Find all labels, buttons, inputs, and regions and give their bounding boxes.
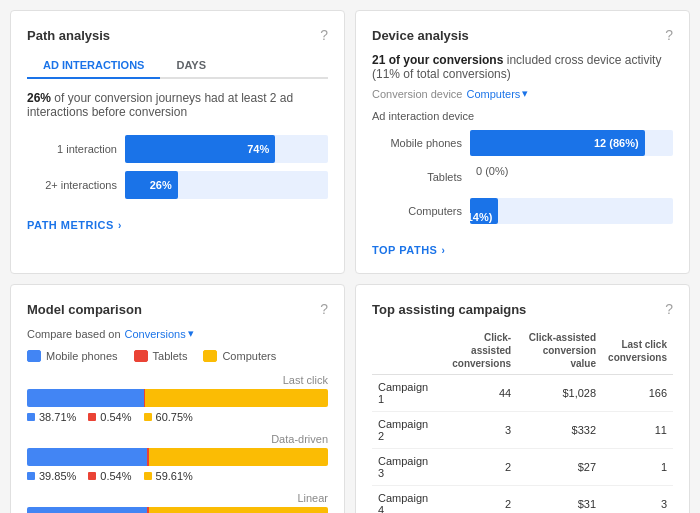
campaign-col2-3: $31: [517, 486, 602, 514]
device-analysis-help[interactable]: ?: [665, 27, 673, 43]
table-row: Campaign 4 2 $31 3: [372, 486, 673, 514]
top-campaigns-card: Top assisting campaigns ? Click-assisted…: [355, 284, 690, 513]
device-conversions-count: 21 of your conversions: [372, 53, 503, 67]
model-name-linear: Linear: [27, 492, 328, 504]
campaign-name-3: Campaign 4: [372, 486, 440, 514]
bar-container-2: 26%: [125, 171, 328, 199]
tab-days[interactable]: DAYS: [160, 53, 222, 79]
path-analysis-tabs: AD INTERACTIONS DAYS: [27, 53, 328, 79]
campaign-name-1: Campaign 2: [372, 412, 440, 449]
device-analysis-title: Device analysis: [372, 28, 469, 43]
model-bar-datadriven-mobile: [27, 448, 147, 466]
model-bar-linear: [27, 507, 328, 513]
path-desc-text: of your conversion journeys: [51, 91, 201, 105]
top-paths-link[interactable]: TOP PATHS ›: [372, 244, 445, 256]
compare-dropdown[interactable]: Conversions ▾: [125, 327, 194, 340]
model-comparison-header: Model comparison ?: [27, 301, 328, 317]
top-campaigns-header: Top assisting campaigns ?: [372, 301, 673, 317]
device-bar-chart: Mobile phones 12 (86%) Tablets 0 (0%) Co…: [372, 130, 673, 224]
model-data-driven: Data-driven 39.85% 0.54% 59.61%: [27, 433, 328, 482]
path-pct: 26%: [27, 91, 51, 105]
model-pcts-lastclick: 38.71% 0.54% 60.75%: [27, 411, 328, 423]
campaign-col1-0: 44: [440, 375, 517, 412]
compare-chevron: ▾: [188, 327, 194, 340]
path-metrics-link[interactable]: PATH METRICS ›: [27, 219, 122, 231]
path-bar-chart: 1 interaction 74% 2+ interactions 26%: [27, 135, 328, 199]
legend-tablets: Tablets: [134, 350, 188, 362]
device-bar-row-mobile: Mobile phones 12 (86%): [372, 130, 673, 156]
device-description: 21 of your conversions included cross de…: [372, 53, 673, 81]
model-comparison-card: Model comparison ? Compare based on Conv…: [10, 284, 345, 513]
device-bar-row-computers: Computers 2 (14%): [372, 198, 673, 224]
device-bar-container-mobile: 12 (86%): [470, 130, 673, 156]
col-header-last-click: Last clickconversions: [602, 327, 673, 375]
campaign-col2-1: $332: [517, 412, 602, 449]
dot-lastclick-tablets: [88, 413, 96, 421]
path-analysis-help[interactable]: ?: [320, 27, 328, 43]
device-label-computers: Computers: [372, 205, 462, 217]
dot-datadriven-computers: [144, 472, 152, 480]
bar-label-1: 1 interaction: [27, 143, 117, 155]
path-analysis-description: 26% of your conversion journeys had at l…: [27, 91, 328, 119]
bar-label-2: 2+ interactions: [27, 179, 117, 191]
model-name-lastclick: Last click: [27, 374, 328, 386]
model-linear: Linear 39.85% 0.54% 59.61%: [27, 492, 328, 513]
tab-ad-interactions[interactable]: AD INTERACTIONS: [27, 53, 160, 79]
device-label-mobile: Mobile phones: [372, 137, 462, 149]
model-pct-datadriven-mobile: 39.85%: [27, 470, 76, 482]
top-paths-chevron: ›: [441, 245, 445, 256]
device-bar-fill-mobile: 12 (86%): [470, 130, 645, 156]
device-label-tablets: Tablets: [372, 171, 462, 183]
legend-label-tablets: Tablets: [153, 350, 188, 362]
model-comparison-help[interactable]: ?: [320, 301, 328, 317]
model-bar-linear-mobile: [27, 507, 147, 513]
device-bar-container-computers: 2 (14%): [470, 198, 673, 224]
dot-datadriven-mobile: [27, 472, 35, 480]
campaign-col1-2: 2: [440, 449, 517, 486]
campaign-col3-3: 3: [602, 486, 673, 514]
dot-lastclick-computers: [144, 413, 152, 421]
bar-container-1: 74%: [125, 135, 328, 163]
campaigns-table: Click-assistedconversions Click-assisted…: [372, 327, 673, 513]
device-bar-value-computers: 2 (14%): [463, 199, 492, 223]
legend-color-mobile: [27, 350, 41, 362]
col-header-click-assisted: Click-assistedconversions: [440, 327, 517, 375]
model-bar-datadriven-computers: [149, 448, 328, 466]
model-pct-datadriven-computers: 59.61%: [144, 470, 193, 482]
model-comparison-title: Model comparison: [27, 302, 142, 317]
legend-color-tablets: [134, 350, 148, 362]
device-filter-label: Conversion device: [372, 88, 463, 100]
device-bar-value-mobile: 12 (86%): [594, 137, 639, 149]
bar-fill-1: 74%: [125, 135, 275, 163]
campaign-col3-2: 1: [602, 449, 673, 486]
device-filter: Conversion device Computers ▾: [372, 87, 673, 100]
device-filter-dropdown[interactable]: Computers ▾: [467, 87, 529, 100]
ad-interaction-label: Ad interaction device: [372, 110, 673, 122]
device-analysis-card: Device analysis ? 21 of your conversions…: [355, 10, 690, 274]
device-bar-container-tablets: 0 (0%): [470, 164, 673, 190]
top-campaigns-help[interactable]: ?: [665, 301, 673, 317]
model-pct-lastclick-tablets: 0.54%: [88, 411, 131, 423]
device-filter-chevron: ▾: [522, 87, 528, 100]
dot-datadriven-tablets: [88, 472, 96, 480]
model-pct-datadriven-tablets: 0.54%: [88, 470, 131, 482]
legend-color-computers: [203, 350, 217, 362]
device-bar-row-tablets: Tablets 0 (0%): [372, 164, 673, 190]
col-header-name: [372, 327, 440, 375]
device-analysis-header: Device analysis ?: [372, 27, 673, 43]
col-header-click-value: Click-assistedconversion value: [517, 327, 602, 375]
compare-label: Compare based on Conversions ▾: [27, 327, 328, 340]
campaign-col1-3: 2: [440, 486, 517, 514]
campaign-name-0: Campaign 1: [372, 375, 440, 412]
bar-row-2interactions: 2+ interactions 26%: [27, 171, 328, 199]
dot-lastclick-mobile: [27, 413, 35, 421]
campaign-col2-0: $1,028: [517, 375, 602, 412]
legend-computers: Computers: [203, 350, 276, 362]
model-bar-lastclick-mobile: [27, 389, 144, 407]
device-bar-value-tablets: 0 (0%): [476, 165, 508, 177]
path-metrics-chevron: ›: [118, 220, 122, 231]
model-bar-lastclick: [27, 389, 328, 407]
dashboard: Path analysis ? AD INTERACTIONS DAYS 26%…: [10, 10, 690, 513]
campaign-col1-1: 3: [440, 412, 517, 449]
campaign-col3-0: 166: [602, 375, 673, 412]
